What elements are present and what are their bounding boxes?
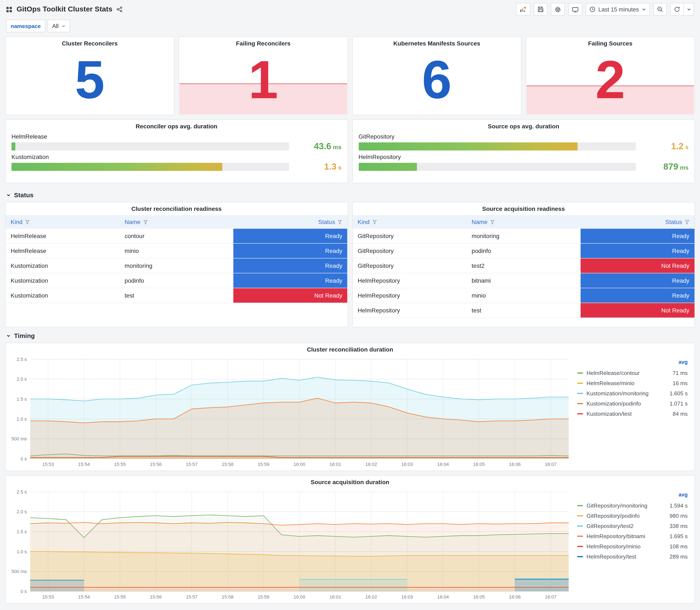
stat-value: 6	[353, 45, 521, 115]
svg-text:16:06: 16:06	[509, 462, 521, 467]
time-range-picker[interactable]: Last 15 minutes	[585, 3, 650, 16]
svg-text:15:59: 15:59	[258, 594, 270, 599]
filter-funnel-icon[interactable]	[143, 220, 148, 224]
dashboard-settings-button[interactable]	[551, 3, 565, 16]
legend-series-name[interactable]: GitRepository/podinfo	[587, 512, 640, 519]
legend-item[interactable]: HelmRepository/bitnami1.695 s	[577, 531, 688, 541]
zoom-out-time-button[interactable]	[653, 3, 667, 16]
timeseries-svg[interactable]: 0 s500 ms1.0 s1.5 s2.0 s2.5 s15:5315:541…	[8, 354, 575, 469]
refresh-button[interactable]	[670, 3, 684, 16]
chevron-down-icon	[687, 7, 691, 12]
legend-item[interactable]: GitRepository/podinfo980 ms	[577, 511, 688, 521]
table-row: HelmReleaseminioReady	[5, 244, 347, 258]
gauges-row: Reconciler ops avg. durationHelmRelease4…	[5, 119, 695, 183]
svg-text:15:55: 15:55	[114, 594, 126, 599]
refresh-button-group	[670, 3, 694, 16]
cell-kind: Kustomization	[5, 258, 119, 273]
dashboard-grid-icon[interactable]	[6, 6, 12, 13]
gauge-fill	[12, 142, 15, 150]
section-header-timing[interactable]: Timing	[5, 328, 695, 343]
gauge-label: HelmRelease	[12, 133, 342, 140]
gauge-label: HelmRepository	[358, 154, 688, 160]
legend-item[interactable]: GitRepository/test2338 ms	[577, 521, 688, 531]
legend-series-name[interactable]: GitRepository/test2	[587, 523, 634, 529]
svg-text:16:05: 16:05	[473, 594, 485, 599]
legend-item[interactable]: GitRepository/monitoring1.594 s	[577, 500, 688, 511]
table-row: HelmRepositorybitnamiReady	[353, 273, 695, 288]
svg-text:16:06: 16:06	[509, 594, 521, 599]
legend-series-name[interactable]: Kustomization/podinfo	[587, 400, 641, 406]
filter-funnel-icon[interactable]	[25, 220, 30, 224]
svg-text:16:07: 16:07	[545, 462, 556, 467]
svg-text:0 s: 0 s	[21, 589, 27, 594]
refresh-interval-caret[interactable]	[684, 3, 694, 16]
table-panel-0: Cluster reconciliation readinessKindName…	[5, 202, 348, 327]
legend-series-name[interactable]: HelmRepository/bitnami	[587, 533, 645, 539]
filter-funnel-icon[interactable]	[338, 220, 342, 224]
table-row: GitRepositorytest2Not Ready	[353, 258, 695, 273]
svg-text:15:57: 15:57	[186, 462, 198, 467]
add-panel-button[interactable]	[516, 3, 530, 16]
legend-series-name[interactable]: HelmRepository/minio	[587, 543, 640, 549]
filter-funnel-icon[interactable]	[685, 220, 689, 224]
column-header-label[interactable]: Status	[318, 219, 335, 225]
legend-series-avg: 16 ms	[672, 380, 688, 386]
chart-body: 0 s500 ms1.0 s1.5 s2.0 s2.5 s15:5315:541…	[5, 487, 695, 603]
gauge-value: 43.6ms	[296, 141, 342, 151]
svg-text:15:54: 15:54	[78, 594, 90, 599]
legend-series-name[interactable]: Kustomization/test	[587, 411, 632, 417]
variables-row: namespace All	[6, 19, 694, 32]
legend-item[interactable]: HelmRelease/contour71 ms	[577, 368, 688, 378]
gauge-fill-gradient	[12, 142, 15, 150]
column-header-label[interactable]: Name	[472, 219, 488, 225]
filter-funnel-icon[interactable]	[372, 220, 377, 224]
column-header-label[interactable]: Kind	[11, 219, 22, 225]
clock-icon	[589, 6, 595, 12]
gauge-value-unit: s	[338, 164, 342, 171]
topbar-right: Last 15 minutes	[516, 3, 694, 16]
legend-item[interactable]: Kustomization/podinfo1.071 s	[577, 398, 688, 408]
legend-series-name[interactable]: Kustomization/monitoring	[587, 390, 649, 396]
legend-series-name[interactable]: GitRepository/monitoring	[587, 502, 647, 509]
cycle-view-button[interactable]	[568, 3, 582, 16]
legend-item[interactable]: Kustomization/monitoring1.605 s	[577, 388, 688, 398]
dashboard-page: GitOps Toolkit Cluster Stats	[0, 0, 700, 610]
chevron-down-icon	[6, 333, 11, 338]
legend-item[interactable]: HelmRepository/test289 ms	[577, 551, 688, 562]
column-header-kind: Kind	[353, 219, 467, 225]
gauge-line: 1.2s	[358, 141, 688, 151]
cell-name: test	[467, 303, 580, 318]
legend-item[interactable]: HelmRelease/minio16 ms	[577, 378, 688, 388]
svg-text:15:53: 15:53	[42, 462, 54, 467]
legend-avg-header: avg	[577, 359, 688, 368]
column-header-status: Status	[233, 219, 347, 225]
column-header-label[interactable]: Status	[665, 219, 682, 225]
legend-series-name[interactable]: HelmRelease/contour	[587, 370, 640, 376]
column-header-label[interactable]: Name	[125, 219, 141, 225]
gauge-fill	[358, 142, 577, 150]
table-row: HelmReleasecontourReady	[5, 229, 347, 244]
legend-item[interactable]: Kustomization/test84 ms	[577, 408, 688, 419]
column-header-label[interactable]: Kind	[358, 219, 370, 225]
legend-series-color	[577, 535, 583, 537]
svg-text:15:58: 15:58	[222, 462, 233, 467]
legend-series-name[interactable]: HelmRepository/test	[587, 553, 636, 560]
section-header-status[interactable]: Status	[5, 188, 695, 202]
panel-title: Source acquisition readiness	[353, 202, 695, 213]
timeseries-svg[interactable]: 0 s500 ms1.0 s1.5 s2.0 s2.5 s15:5315:541…	[8, 487, 575, 601]
legend-series-name[interactable]: HelmRelease/minio	[587, 380, 634, 386]
save-dashboard-button[interactable]	[534, 3, 547, 16]
stat-value: 2	[526, 45, 695, 115]
timeseries-plot-0[interactable]: 0 s500 ms1.0 s1.5 s2.0 s2.5 s15:5315:541…	[8, 354, 575, 469]
share-icon[interactable]	[117, 6, 123, 12]
legend-series-color	[577, 392, 583, 394]
legend-series-color	[577, 505, 583, 506]
timeseries-plot-1[interactable]: 0 s500 ms1.0 s1.5 s2.0 s2.5 s15:5315:541…	[8, 487, 575, 601]
namespace-select[interactable]: All	[48, 19, 70, 32]
legend-series-avg: 289 ms	[670, 553, 688, 560]
legend-item[interactable]: HelmRepository/minio108 ms	[577, 541, 688, 551]
svg-text:2.0 s: 2.0 s	[17, 509, 27, 514]
table-row: KustomizationpodinfoReady	[5, 273, 347, 288]
legend-series-color	[577, 372, 583, 373]
filter-funnel-icon[interactable]	[490, 220, 495, 224]
